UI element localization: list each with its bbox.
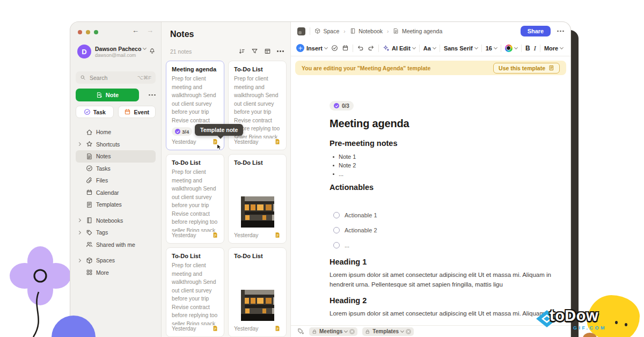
sidebar-more-button[interactable] bbox=[149, 94, 156, 96]
sidebar-item-notebooks[interactable]: Notebooks bbox=[76, 215, 156, 227]
font-select[interactable]: Sans Serif bbox=[444, 45, 478, 52]
redo-icon[interactable] bbox=[368, 45, 375, 52]
font-size-select[interactable]: 16 bbox=[486, 45, 497, 52]
account-switcher[interactable]: D Dawson Pacheco dawson@mail.com bbox=[77, 45, 156, 58]
tag-chip-meetings[interactable]: Meetings bbox=[309, 327, 357, 336]
sidebar: ← → D Dawson Pacheco dawson@mail.com ⌥⌘F bbox=[70, 22, 162, 337]
italic-button[interactable]: I bbox=[534, 44, 536, 53]
document-body[interactable]: 0/3 Meeting agenda Pre-meeting notes Not… bbox=[291, 79, 570, 325]
search-input[interactable] bbox=[89, 74, 126, 82]
use-template-button[interactable]: Use this template bbox=[493, 63, 560, 74]
share-button[interactable]: Share bbox=[521, 26, 551, 36]
chevron-down-icon bbox=[560, 46, 564, 49]
breadcrumb-space[interactable]: Space bbox=[314, 28, 339, 34]
sidebar-item-spaces[interactable]: Spaces bbox=[76, 254, 156, 267]
toolbar-more-button[interactable]: More bbox=[544, 45, 563, 52]
remove-tag-button[interactable] bbox=[406, 329, 411, 334]
checkbox-icon[interactable] bbox=[333, 212, 340, 218]
bullet-icon bbox=[333, 165, 334, 166]
sidebar-item-more[interactable]: More bbox=[76, 267, 156, 279]
template-note-tooltip: Template note bbox=[195, 124, 243, 136]
sidebar-item-calendar[interactable]: Calendar bbox=[76, 187, 156, 199]
formatting-toolbar: Insert AI Edit Aa Sans Serif 16 bbox=[291, 40, 570, 56]
section-heading[interactable]: Heading 2 bbox=[330, 296, 555, 305]
new-task-button[interactable]: Task bbox=[76, 106, 114, 118]
text-style-button[interactable]: Aa bbox=[423, 45, 436, 52]
note-card-meeting-agenda[interactable]: Meeting agenda Prep for client meeting a… bbox=[166, 61, 224, 150]
section-heading[interactable]: Actionables bbox=[330, 183, 555, 192]
insert-task-icon[interactable] bbox=[331, 45, 338, 52]
add-tag-icon[interactable] bbox=[297, 328, 304, 335]
sidebar-item-notes[interactable]: Notes bbox=[76, 150, 156, 163]
note-card-todo-image[interactable]: To-Do List bbox=[228, 154, 287, 244]
editor-more-button[interactable] bbox=[557, 31, 564, 32]
new-note-button[interactable]: Note bbox=[76, 89, 139, 101]
view-options-button[interactable] bbox=[264, 48, 271, 55]
sidebar-item-tasks[interactable]: Tasks bbox=[76, 163, 156, 175]
todo-item[interactable]: ... bbox=[333, 241, 555, 249]
sidebar-item-tags[interactable]: Tags bbox=[76, 226, 156, 239]
minimize-window-button[interactable] bbox=[86, 30, 90, 34]
insert-button[interactable]: Insert bbox=[296, 44, 327, 52]
breadcrumb-note[interactable]: Meeting agenda bbox=[393, 28, 442, 34]
chevron-down-icon bbox=[514, 46, 518, 49]
document-title[interactable]: Meeting agenda bbox=[330, 118, 555, 130]
list-more-button[interactable] bbox=[277, 50, 284, 52]
expand-icon[interactable] bbox=[77, 218, 81, 222]
notes-count: 21 notes bbox=[170, 48, 192, 55]
toggle-sidebar-icon[interactable] bbox=[297, 27, 305, 35]
forward-button[interactable]: → bbox=[147, 26, 153, 34]
bullet-item[interactable]: Note 1 bbox=[330, 152, 555, 161]
ai-edit-button[interactable]: AI Edit bbox=[383, 45, 415, 52]
close-window-button[interactable] bbox=[78, 30, 82, 34]
chevron-down-icon bbox=[400, 329, 404, 333]
paragraph[interactable]: Lorem ipsum dolor sit amet consectetur a… bbox=[330, 270, 555, 289]
undo-icon[interactable] bbox=[357, 45, 364, 52]
sidebar-item-templates[interactable]: Templates bbox=[76, 199, 156, 211]
house-photo-thumbnail bbox=[241, 290, 274, 321]
note-card-date: Yesterday bbox=[172, 326, 196, 332]
back-button[interactable]: ← bbox=[132, 26, 139, 34]
expand-icon[interactable] bbox=[77, 142, 81, 146]
checkbox-icon[interactable] bbox=[333, 227, 340, 233]
zoom-window-button[interactable] bbox=[94, 30, 98, 34]
breadcrumb-notebook[interactable]: Notebook bbox=[350, 28, 383, 34]
plus-icon bbox=[296, 44, 304, 52]
section-heading[interactable]: Pre-meeting notes bbox=[330, 139, 555, 148]
note-card-todo-image[interactable]: To-Do List bbox=[228, 247, 287, 337]
filter-button[interactable] bbox=[251, 48, 258, 55]
new-event-button[interactable]: Event bbox=[118, 106, 156, 118]
todo-item[interactable]: Actionable 2 bbox=[333, 226, 555, 234]
paragraph[interactable]: Lorem ipsum dolor sit amet consectetur a… bbox=[330, 309, 555, 318]
note-card-todo[interactable]: To-Do List Prep for client meeting and w… bbox=[166, 247, 224, 337]
editor-header: Space › Notebook › Meeting agenda Share bbox=[291, 22, 570, 40]
bullet-item[interactable]: ... bbox=[330, 170, 555, 178]
note-card-todo[interactable]: To-Do List Prep for client meeting and w… bbox=[166, 154, 224, 244]
tag-chip-templates[interactable]: Templates bbox=[362, 327, 414, 336]
sidebar-item-files[interactable]: Files bbox=[76, 174, 156, 187]
text-color-button[interactable] bbox=[505, 45, 517, 52]
sidebar-item-shared[interactable]: Shared with me bbox=[76, 239, 156, 251]
remove-tag-button[interactable] bbox=[349, 329, 355, 334]
expand-icon[interactable] bbox=[77, 231, 81, 235]
note-card-todo[interactable]: To-Do List Prep for client meeting and w… bbox=[228, 61, 287, 150]
check-circle-icon bbox=[86, 165, 93, 172]
section-heading[interactable]: Heading 1 bbox=[330, 258, 555, 266]
todo-item[interactable]: Actionable 1 bbox=[333, 211, 555, 219]
checkbox-icon[interactable] bbox=[333, 242, 340, 248]
sort-button[interactable] bbox=[238, 48, 245, 55]
chevron-down-icon bbox=[474, 46, 478, 49]
sidebar-item-home[interactable]: Home bbox=[76, 126, 156, 138]
template-badge-icon bbox=[274, 325, 281, 332]
expand-icon[interactable] bbox=[77, 259, 81, 262]
home-icon bbox=[86, 129, 93, 136]
bold-button[interactable]: B bbox=[525, 45, 530, 52]
sidebar-item-shortcuts[interactable]: Shortcuts bbox=[76, 138, 156, 151]
bell-icon[interactable] bbox=[149, 47, 156, 54]
bullet-item[interactable]: Note 2 bbox=[330, 161, 555, 170]
search-field[interactable]: ⌥⌘F bbox=[76, 71, 156, 84]
tags-footer: Meetings Templates bbox=[291, 325, 570, 337]
mouse-cursor bbox=[216, 143, 223, 151]
paperclip-icon bbox=[86, 177, 93, 184]
insert-date-icon[interactable] bbox=[342, 45, 349, 52]
